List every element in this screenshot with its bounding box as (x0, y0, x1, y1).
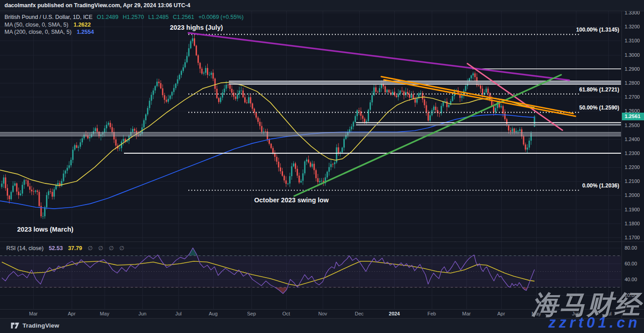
ohlc-change: +0.0069 (+0.55%) (198, 14, 243, 20)
rsi-empty-slot: ∅ (109, 245, 114, 251)
price-axis-label: 1.2100 (625, 178, 640, 184)
rsi-legend-row[interactable]: RSI (14, close) 52.53 37.79 ∅ ∅ ∅ ∅ (6, 245, 124, 251)
ma50-label: MA (50, close, 0, SMA, 5) (5, 22, 69, 28)
time-axis-label: Apr (68, 311, 75, 316)
time-axis-label: Feb (428, 311, 436, 316)
tradingview-logo-icon (11, 322, 19, 329)
ohlc-open: O1.2489 (97, 14, 119, 20)
price-axis-label: 1.3200 (625, 24, 640, 29)
price-axis-label: 1.2800 (625, 80, 640, 86)
price-axis-label: 1.2200 (625, 164, 640, 170)
ohlc-low: L1.2485 (148, 14, 169, 20)
ohlc-high: H1.2570 (123, 14, 144, 20)
time-axis-label: Dec (355, 311, 364, 316)
tradingview-brand-link[interactable]: TradingView (11, 322, 59, 329)
fib-level-label[interactable]: 0.00% (1.2036) (582, 182, 619, 189)
rsi-axis-label: 60.00 (625, 261, 637, 266)
fib-level-label[interactable]: 100.00% (1.3145) (576, 27, 619, 33)
publish-header-bar: dacolmanfx published on TradingView.com,… (0, 0, 644, 11)
publish-header-text: dacolmanfx published on TradingView.com,… (5, 2, 190, 9)
rsi-empty-slot: ∅ (88, 245, 93, 251)
pane-separator[interactable] (0, 242, 644, 242)
price-axis-border (621, 11, 622, 318)
time-axis-label: Mar (462, 311, 471, 316)
ma200-value: 1.2554 (77, 29, 94, 35)
footer-bar: TradingView (0, 318, 644, 333)
price-axis-label: 1.1900 (625, 207, 640, 212)
rsi-axis-label: 20.00 (625, 292, 637, 298)
price-axis-label: 1.3100 (625, 38, 640, 43)
price-axis-label: 1.2000 (625, 192, 640, 198)
fib-level-label[interactable]: 50.00% (1.2590) (579, 105, 619, 111)
time-axis-label: 2024 (389, 311, 400, 316)
price-chart-canvas[interactable] (0, 0, 644, 333)
symbol-legend-row[interactable]: British Pound / U.S. Dollar, 1D, ICE O1.… (5, 14, 243, 21)
time-axis-label: Jun (138, 311, 146, 316)
time-axis-label: Sep (247, 311, 256, 316)
time-axis-label: Jul (175, 311, 182, 316)
time-axis-label: Oct (282, 311, 290, 316)
tradingview-brand-text: TradingView (23, 322, 59, 329)
ma50-value: 1.2622 (73, 22, 91, 28)
time-axis-label: Mar (29, 311, 38, 316)
rsi-axis-label: 80.00 (625, 245, 637, 251)
time-axis-label: Jul (605, 311, 612, 316)
time-axis-label: Jun (572, 311, 580, 316)
time-axis-label: Apr (497, 311, 505, 316)
price-axis-label: 1.2400 (625, 137, 640, 142)
price-axis-label: 1.1800 (625, 221, 640, 226)
time-axis-label: Aug (209, 311, 218, 316)
rsi-ma-value: 37.79 (68, 245, 82, 251)
rsi-value: 52.53 (49, 245, 63, 251)
rsi-label: RSI (14, close) (6, 245, 44, 251)
price-axis-label: 1.2300 (625, 151, 640, 156)
ma200-label: MA (200, close, 0, SMA, 5) (5, 29, 72, 35)
chart-annotation[interactable]: October 2023 swing low (254, 196, 329, 204)
time-axis-label: Nov (318, 311, 327, 316)
price-axis-label: 1.1700 (625, 235, 640, 240)
price-axis-label: 1.2500 (625, 123, 640, 128)
price-axis-label: 1.3000 (625, 52, 640, 58)
fib-level-label[interactable]: 61.80% (1.2721) (579, 87, 619, 93)
time-axis-label: May (100, 311, 110, 316)
price-axis-label: 1.2700 (625, 94, 640, 100)
symbol-title: British Pound / U.S. Dollar, 1D, ICE (5, 14, 92, 20)
ohlc-close: C1.2561 (173, 14, 194, 20)
rsi-axis-label: 40.00 (625, 277, 637, 282)
chart-annotation[interactable]: 2023 lows (March) (17, 226, 73, 233)
rsi-empty-slot: ∅ (119, 245, 124, 251)
time-axis-label: May (532, 311, 541, 316)
current-price-badge: 1.2561 (622, 113, 644, 120)
chart-annotation[interactable]: 2023 highs (July) (170, 24, 223, 31)
rsi-empty-slot: ∅ (98, 245, 103, 251)
time-axis-border (0, 309, 644, 310)
price-axis-label: 1.2900 (625, 66, 640, 72)
